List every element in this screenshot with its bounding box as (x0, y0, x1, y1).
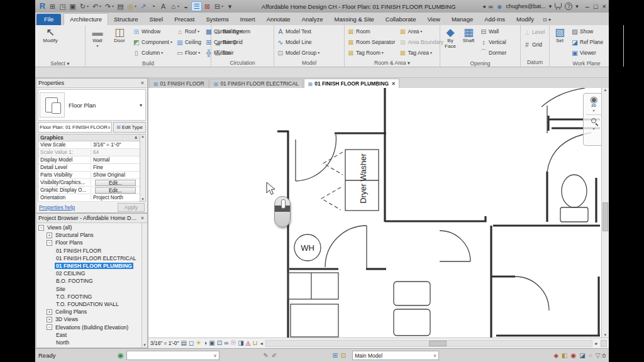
tree-expander-icon[interactable]: + (47, 309, 52, 315)
ribbon-tab[interactable]: Structure (108, 14, 144, 25)
ribbon-button[interactable]: ⊠ Room (346, 26, 396, 36)
property-row[interactable]: Graphic Display O... Edit... (38, 187, 140, 194)
search-icon[interactable]: ∞ (489, 3, 493, 10)
panel-label-room-area[interactable]: Room & Area ▾ (345, 58, 440, 67)
tree-expander-icon[interactable]: − (47, 240, 52, 246)
design-options-icon[interactable]: ⊞ (332, 352, 337, 359)
tag-icon[interactable]: ◔ (148, 1, 158, 11)
ribbon-button[interactable]: ⊡ Model Group ▾ (275, 47, 321, 58)
tree-expander-icon[interactable]: + (47, 233, 52, 238)
scroll-down-icon[interactable]: ▼ (141, 197, 145, 201)
zoom-icon[interactable] (591, 118, 596, 123)
ribbon-button[interactable]: ⊠ Area ▾ (397, 26, 445, 36)
text-icon[interactable]: A (158, 1, 168, 11)
ribbon-button[interactable]: ▦ Ceiling (175, 36, 203, 47)
close-icon[interactable]: × (140, 215, 145, 221)
switch-windows-icon[interactable]: ⊟▾ (213, 1, 225, 11)
tree-expander-icon[interactable]: + (47, 317, 52, 322)
collapse-arrow-icon[interactable]: ◂ (482, 3, 486, 9)
ribbon-button[interactable]: ⊟ Wall (479, 26, 508, 36)
resize-grip[interactable] (601, 340, 607, 347)
tree-expander-icon[interactable]: − (47, 324, 52, 330)
ribbon-button[interactable]: ⊠ Tag Room ▾ (346, 47, 396, 58)
ribbon-tab[interactable]: Collaborate (380, 14, 422, 25)
graphics-section-header[interactable]: Graphics∧ (38, 134, 140, 141)
aligned-dimension-icon[interactable]: ↗ (138, 1, 148, 11)
tree-item[interactable]: − Floor Plans (36, 239, 142, 246)
ribbon-button[interactable]: ⊠ Tag Area ▾ (397, 47, 445, 58)
tree-item[interactable]: East (36, 331, 142, 339)
ribbon-tab[interactable]: Analyze (296, 14, 329, 25)
vertical-scrollbar[interactable]: ▲ ▼ (601, 88, 609, 337)
view-scale-button[interactable]: 3/16" = 1'-0" (150, 340, 179, 346)
app-menu-icon[interactable]: ⊞ (48, 1, 57, 11)
ribbon-tab[interactable]: Massing & Site (328, 14, 379, 25)
tree-item[interactable]: T.O. FOUNDATION WALL (36, 300, 142, 308)
ribbon-tab[interactable]: ⊡ ▾ (540, 15, 554, 25)
scrollbar-thumb[interactable] (429, 341, 447, 346)
view-tab[interactable]: ▦ 01 FINISH FLOOR (149, 79, 209, 88)
ribbon-tab[interactable]: View (421, 14, 445, 25)
property-row[interactable]: View Scale 3/16" = 1'-0" (38, 141, 140, 149)
worksets-icon[interactable]: ◉ (118, 351, 124, 359)
scrollbar-thumb[interactable] (602, 202, 608, 231)
view-tab[interactable]: ▦ 01 FINISH FLOOR PLUMBING × (304, 79, 400, 88)
ribbon-button[interactable]: ▭ Floor ▾ (175, 47, 203, 58)
scroll-up-icon[interactable]: ▲ (604, 88, 608, 92)
open-icon[interactable]: ◳ (58, 1, 67, 11)
temporary-view-properties-icon[interactable]: ◨ (238, 339, 243, 347)
save-icon[interactable]: ▣ (68, 1, 77, 11)
tree-item[interactable]: T.O. FOOTING (36, 293, 142, 300)
edit-type-button[interactable]: ⊞Edit Type (113, 122, 146, 133)
reveal-constraints-icon[interactable]: ⊔ (252, 339, 257, 347)
account-menu[interactable]: chughes@bat... (506, 3, 546, 9)
minimize-button[interactable]: – (586, 3, 589, 10)
instance-selector-combo[interactable]: Floor Plan: 01 FINISH FLOOR∨ (38, 122, 112, 133)
maximize-button[interactable]: □ (594, 3, 598, 10)
ribbon-button[interactable]: ⊠ Area Boundary (397, 36, 445, 47)
ribbon-button[interactable]: ≣ Railing ▾ (213, 26, 243, 36)
ribbon-big-button[interactable]: ◫ Door (109, 26, 130, 58)
main-model-icon[interactable]: ⊡ (341, 352, 346, 359)
ribbon-button[interactable]: ⌒ Dormer (479, 47, 508, 58)
detail-level-icon[interactable]: ▤ (181, 339, 187, 347)
model-canvas[interactable]: Dryer Washer WH ◉ 2D ▾ ▾ ▲ ▼ (148, 88, 609, 337)
tree-item[interactable]: Site (36, 285, 142, 293)
type-selector[interactable]: Floor Plan ▾ (38, 89, 146, 121)
select-pinned-icon[interactable]: ◉ (571, 352, 577, 359)
drag-on-selection-icon[interactable]: ○ (589, 352, 592, 359)
horizontal-scrollbar[interactable] (265, 340, 592, 347)
tree-item[interactable]: 01 FINISH FLOOR (36, 247, 142, 255)
revit-logo[interactable]: R (38, 1, 47, 11)
thin-lines-icon[interactable]: ☰ (191, 1, 202, 11)
close-view-icon[interactable]: × (392, 80, 395, 87)
ribbon-button[interactable]: ▣ Viewer (570, 47, 604, 58)
close-button[interactable]: × (602, 3, 606, 10)
ribbon-button[interactable]: ⌂ Roof ▾ (175, 26, 203, 36)
ribbon-tab[interactable]: Add-Ins (479, 14, 511, 25)
temporary-hide-isolate-icon[interactable]: ∞ (224, 339, 228, 347)
browser-scrollbar[interactable]: ▼ (142, 223, 147, 348)
select-links-icon[interactable]: ◈ (553, 352, 558, 359)
shadows-icon[interactable]: ◑ (203, 339, 207, 347)
ribbon-tab[interactable]: Insert (235, 14, 261, 25)
ribbon-tab[interactable]: Precast (169, 14, 200, 25)
crop-view-icon[interactable]: ▣ (209, 339, 214, 347)
property-row[interactable]: Display Model Normal (38, 156, 140, 164)
properties-scrollbar[interactable]: ▲▼ (140, 134, 146, 202)
tree-expander-icon[interactable]: − (38, 225, 44, 231)
steering-wheel-icon[interactable]: ◉ (590, 96, 597, 104)
ribbon-tab[interactable]: Steel (144, 14, 169, 25)
select-by-face-icon[interactable]: ◪ (579, 352, 585, 359)
ribbon-button[interactable]: A Model Text (275, 26, 321, 36)
crop-region-visible-icon[interactable]: ⊡ (217, 339, 222, 347)
property-row[interactable]: Orientation Project North (38, 194, 140, 202)
show-analytical-icon[interactable]: ◬ (246, 339, 251, 347)
ribbon-button[interactable]: ⊞ Window (131, 26, 174, 36)
tree-item[interactable]: B.O. FOOTING (36, 277, 142, 285)
default-3d-view-icon[interactable]: ⌂▾ (169, 1, 180, 11)
ribbon-tab[interactable]: Modify (511, 14, 540, 25)
sun-path-icon[interactable]: ☀ (196, 339, 201, 347)
close-inactive-views-icon[interactable]: ⊠ (203, 1, 212, 11)
ribbon-tab[interactable]: Annotate (261, 14, 296, 25)
